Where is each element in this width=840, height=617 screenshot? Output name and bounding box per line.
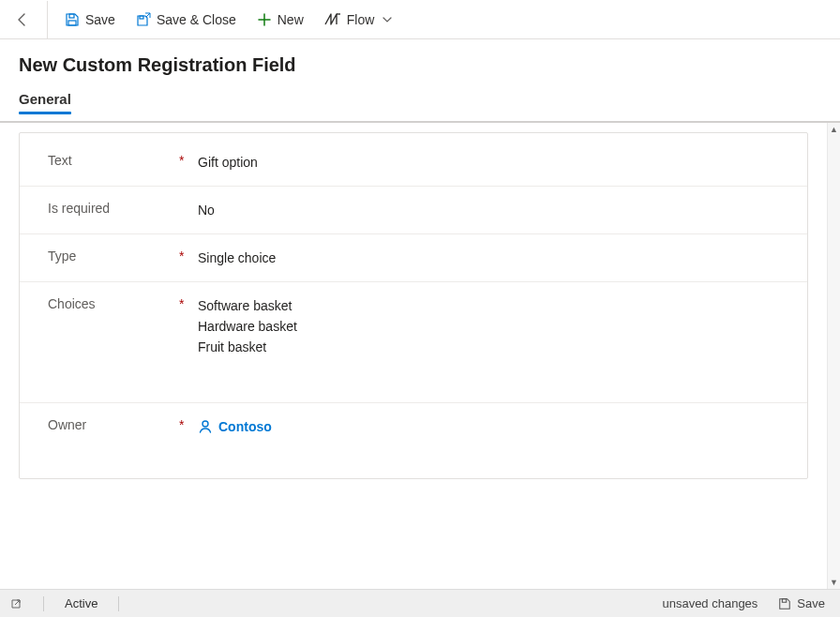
scroll-up-arrow-icon[interactable]: ▲ [830,123,838,136]
owner-label: Owner [48,416,179,432]
plus-icon [257,12,272,27]
choice-item: Hardware basket [198,316,788,337]
form-body: Text * Gift option Is required No Type *… [0,121,840,589]
svg-rect-0 [69,14,74,18]
vertical-scrollbar[interactable]: ▲ ▼ [827,123,840,589]
chevron-down-icon [382,14,393,25]
save-close-label: Save & Close [157,12,236,27]
svg-rect-4 [783,598,787,602]
tab-general[interactable]: General [19,91,71,114]
save-close-icon [136,12,151,27]
field-type[interactable]: Type * Single choice [20,234,807,282]
footer-divider [43,596,44,611]
required-marker: * [179,248,190,263]
field-text[interactable]: Text * Gift option [20,139,807,187]
person-icon [198,419,213,434]
command-bar: Save Save & Close New Flow [0,0,840,39]
new-button[interactable]: New [249,5,311,35]
form-scroll-area: Text * Gift option Is required No Type *… [0,123,827,589]
is-required-label: Is required [48,200,179,216]
choices-label: Choices [48,295,179,311]
type-value: Single choice [198,248,788,268]
footer-divider [118,596,119,611]
required-marker: * [179,152,190,168]
save-label: Save [85,12,115,27]
flow-label: Flow [347,12,375,27]
page-title: New Custom Registration Field [19,54,821,76]
footer-save-label: Save [797,596,825,610]
field-choices[interactable]: Choices * Software basket Hardware baske… [20,282,807,403]
unsaved-changes-text: unsaved changes [662,596,758,610]
text-label: Text [48,152,179,168]
field-owner[interactable]: Owner * Contoso [20,403,807,450]
form-header: New Custom Registration Field General [0,39,840,115]
back-button[interactable] [8,5,38,35]
record-status: Active [65,596,98,610]
required-marker-empty [179,200,190,201]
save-icon [778,597,791,610]
svg-point-3 [202,421,208,427]
required-marker: * [179,295,190,311]
save-and-close-button[interactable]: Save & Close [128,5,244,35]
open-external-icon[interactable] [9,597,22,610]
flow-button[interactable]: Flow [317,5,401,35]
command-bar-divider [47,1,48,38]
tab-list: General [19,91,821,115]
scroll-down-arrow-icon[interactable]: ▼ [830,576,838,589]
footer-save-button[interactable]: Save [772,594,831,612]
save-icon [65,12,80,27]
flow-icon [324,13,341,26]
choice-item: Software basket [198,295,788,316]
general-section-card: Text * Gift option Is required No Type *… [19,132,808,479]
choice-item: Fruit basket [198,337,788,357]
type-label: Type [48,248,179,263]
new-label: New [278,12,304,27]
save-button[interactable]: Save [57,5,123,35]
svg-rect-1 [68,21,76,25]
back-arrow-icon [15,12,30,27]
is-required-value: No [198,200,788,220]
status-bar: Active unsaved changes Save [0,589,840,617]
owner-value[interactable]: Contoso [198,416,788,437]
text-value: Gift option [198,152,788,173]
field-is-required[interactable]: Is required No [20,187,807,234]
choices-value: Software basket Hardware basket Fruit ba… [198,295,788,357]
owner-name: Contoso [218,416,272,437]
svg-rect-2 [140,16,143,19]
required-marker: * [179,416,190,432]
